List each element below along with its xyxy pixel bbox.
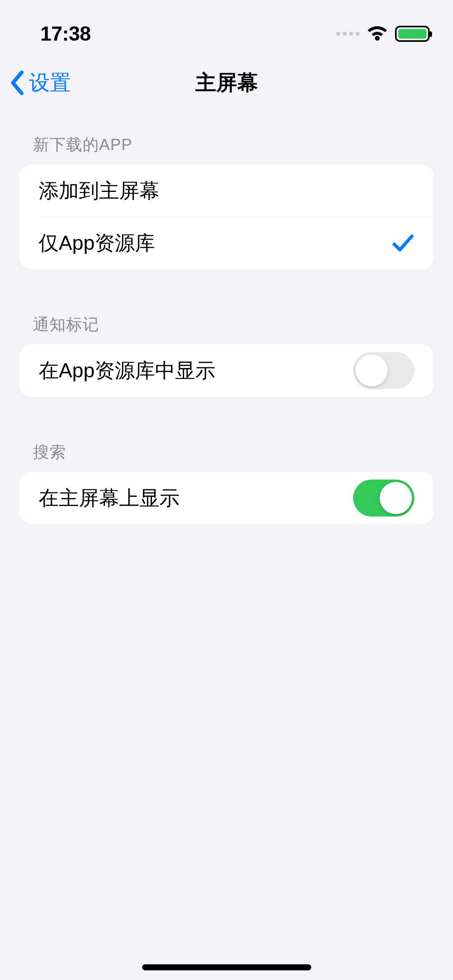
toggle-knob [356, 354, 388, 387]
section-header-search: 搜索 [19, 441, 434, 472]
content: 新下载的APP 添加到主屏幕 仅App资源库 通知标记 在App资源库中显示 搜… [0, 109, 453, 524]
battery-icon [395, 26, 430, 42]
group-notification-badges: 在App资源库中显示 [19, 344, 434, 397]
chevron-left-icon [10, 70, 25, 96]
option-label: 仅App资源库 [39, 230, 155, 257]
group-new-apps: 添加到主屏幕 仅App资源库 [19, 165, 434, 269]
row-show-on-home: 在主屏幕上显示 [19, 472, 434, 524]
toggle-show-on-home[interactable] [353, 480, 414, 517]
status-indicators [336, 26, 430, 42]
back-label: 设置 [29, 69, 71, 97]
toggle-knob [380, 482, 412, 514]
group-search: 在主屏幕上显示 [19, 472, 434, 524]
home-indicator[interactable] [142, 964, 311, 970]
option-add-to-home[interactable]: 添加到主屏幕 [19, 165, 434, 217]
option-app-library-only[interactable]: 仅App资源库 [19, 217, 434, 269]
row-label: 在App资源库中显示 [39, 357, 215, 384]
wifi-icon [367, 26, 388, 41]
page-title: 主屏幕 [195, 69, 258, 97]
checkmark-icon [392, 233, 414, 253]
nav-bar: 设置 主屏幕 [0, 56, 453, 109]
status-time: 17:38 [40, 22, 91, 45]
status-bar: 17:38 [0, 0, 453, 56]
back-button[interactable]: 设置 [10, 69, 71, 97]
section-header-notification-badges: 通知标记 [19, 313, 434, 344]
option-label: 添加到主屏幕 [39, 177, 159, 204]
row-label: 在主屏幕上显示 [39, 485, 180, 512]
row-show-in-app-library: 在App资源库中显示 [19, 344, 434, 397]
section-header-new-apps: 新下载的APP [19, 134, 434, 165]
cellular-dots-icon [336, 32, 360, 36]
toggle-show-in-app-library[interactable] [353, 352, 414, 389]
